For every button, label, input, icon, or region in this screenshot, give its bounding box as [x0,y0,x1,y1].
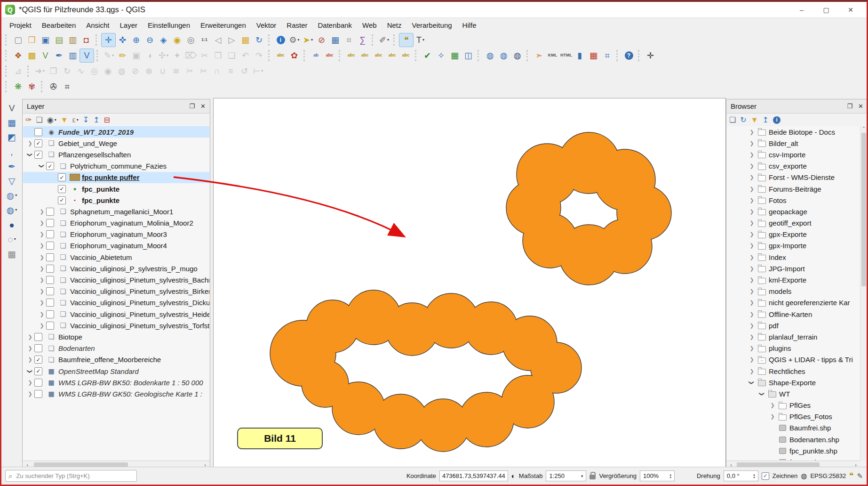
layer-tree-row[interactable]: ❯❏Biotope [23,331,209,342]
browser-tree-row[interactable]: ❯plugins [727,343,860,354]
layer-tree-row[interactable]: ❯❏Vaccinio_uliginosi_Pinetum_sylvestris_… [23,320,209,331]
menu-verarbeitung[interactable]: Verarbeitung [407,19,457,31]
zoom-next-button[interactable]: ▷ [225,33,239,47]
layer-tree-row[interactable]: ❯❏Vaccinio_uliginosi_Pinetum_sylvestris_… [23,297,209,308]
menu-erweiterungen[interactable]: Erweiterungen [195,19,251,31]
browser-tree-row[interactable]: ❯Fotos [727,194,860,206]
layer-visibility-checkbox[interactable]: ✓ [46,162,54,170]
layer-tree-row[interactable]: ❯❏Eriophorum_vaginatum_Moor3 [23,229,209,240]
layer-tree-row[interactable]: ❯❏Eriophorum_vaginatum_Moor4 [23,240,209,251]
toggle-editing-button[interactable]: ✏ [116,49,129,62]
layer-visibility-checkbox[interactable] [46,219,54,227]
minimize-button[interactable]: – [789,2,814,17]
add-mesh-layer-button[interactable]: ◩ [5,130,19,144]
layer-visibility-checkbox[interactable] [46,310,54,318]
browser-tree-row[interactable]: ❯Shape-Exporte [727,377,860,388]
layer-visibility-checkbox[interactable] [34,344,42,352]
layer-labeling-button[interactable]: abc [274,49,287,62]
layer-visibility-checkbox[interactable]: ✓ [34,356,42,364]
data-source-manager-button[interactable]: ❖ [11,49,25,62]
menu-web[interactable]: Web [357,19,382,31]
highlight-pinned-labels-button[interactable]: ab [309,49,323,62]
expander-icon[interactable]: ❯ [38,209,46,215]
geometry-checker-button[interactable]: ✔ [421,49,434,62]
zoom-full-button[interactable]: ◈ [157,33,170,47]
georeferencer-button[interactable]: ✧ [434,49,448,62]
scale-combo[interactable]: 1:250 ▾ [546,470,586,481]
expander-icon[interactable]: ❯ [38,300,46,306]
copy-features-button[interactable]: ❐ [211,49,225,62]
lock-scale-icon[interactable] [589,475,596,479]
layer-visibility-checkbox[interactable] [46,242,54,250]
expand-all-button[interactable]: ↧ [83,116,89,124]
browser-panel-close-button[interactable]: ✕ [858,103,863,110]
zoom-to-selection-button[interactable]: ◉ [170,33,184,47]
expander-icon[interactable]: ❯ [26,368,34,374]
expander-icon[interactable]: ❯ [26,391,34,397]
expander-icon[interactable]: ❯ [38,254,46,260]
browser-tree-row[interactable]: ❯csv_exporte [727,161,860,172]
add-part-button[interactable]: ◉ [101,65,115,78]
expander-icon[interactable]: ❯ [38,220,46,226]
expander-icon[interactable]: ❯ [26,380,34,386]
add-group-button[interactable]: ❏ [36,116,42,124]
browser-tree-row[interactable]: ❯planlauf_terrain [727,331,860,342]
close-button[interactable]: ✕ [838,2,863,17]
map-tips-button[interactable]: ❝ [399,33,414,47]
layer-tree-row[interactable]: ❯❏Vaccinio_uliginosi_P_sylvestris_P_mugo [23,263,209,274]
layer-tree-row[interactable]: ❯✓▦OpenStreetMap Standard [23,365,209,377]
deselect-features-button[interactable]: ⊘ [315,33,328,47]
html-export-button[interactable]: HTML [559,49,573,62]
select-features-button[interactable]: ➤▾ [301,33,315,47]
expander-icon[interactable]: ❯ [748,140,756,146]
crs-status[interactable]: EPSG:25832 [810,472,846,479]
rotate-point-symbols-button[interactable]: ↺ [238,65,251,78]
expander-icon[interactable]: ❯ [748,345,756,351]
expander-icon[interactable]: ❯ [748,254,756,260]
show-hide-labels-button[interactable]: abc [358,49,372,62]
expander-icon[interactable]: ❯ [38,243,46,249]
copy-move-feature-button[interactable]: ❐ [47,65,60,78]
menu-bearbeiten[interactable]: Bearbeiten [37,19,81,31]
metasearch-globe-3-button[interactable]: ◍ [510,49,524,62]
new-project-button[interactable]: ▢ [11,33,25,47]
menu-layer[interactable]: Layer [114,19,143,31]
browser-tree-row[interactable]: ❯Rechtliches [727,365,860,377]
field-calculator-button[interactable]: ⌗ [342,33,356,47]
layer-diagram-button[interactable]: ✿ [287,49,301,62]
browser-tree-row[interactable]: ❯Forums-Beiträge [727,183,860,194]
browser-tree-row[interactable]: ❯gpx-Importe [727,240,860,251]
toggle-unplaced-labels-button[interactable]: abc [323,49,336,62]
undo-edit-button[interactable]: ↶ [239,49,252,62]
layer-visibility-checkbox[interactable] [46,276,54,284]
zoom-native-button[interactable]: 1:1 [198,33,211,47]
split-parts-button[interactable]: ✂ [197,65,210,78]
simplify-feature-button[interactable]: ∿ [74,65,88,78]
expander-icon[interactable]: ❯ [748,288,756,294]
trim-extend-button[interactable]: ⊢▾ [251,65,265,78]
modify-attributes-button[interactable]: ✦ [170,49,184,62]
offline-editing-button[interactable]: ▮ [573,49,587,62]
expander-icon[interactable]: ❯ [38,163,46,169]
expander-icon[interactable]: ❯ [26,140,34,146]
menu-datenbank[interactable]: Datenbank [313,19,358,31]
layer-tree-row[interactable]: ❯✓❏Baumfreie_offene_Moorbereiche [23,354,209,365]
delete-part-button[interactable]: ⊗ [142,65,156,78]
expander-icon[interactable]: ❯ [748,277,756,283]
move-feature-button[interactable]: ➜▾ [33,65,47,78]
menu-projekt[interactable]: Projekt [4,19,37,31]
new-text-annotation-button[interactable]: T▾ [414,33,427,47]
statistical-summary-button[interactable]: ∑ [356,33,369,47]
add-postgis-layer-button[interactable]: ◍▾ [5,189,19,202]
add-selected-layers-button[interactable]: ❏ [729,116,736,124]
expander-icon[interactable]: ❯ [768,402,777,408]
layer-visibility-checkbox[interactable] [34,390,42,398]
browser-tree-row[interactable]: ❯kml-Exporte [727,274,860,285]
menu-raster[interactable]: Raster [281,19,312,31]
coordinate-input[interactable]: 473681.73,5397437.44 [439,470,508,481]
browser-tree-row[interactable]: ❯Beide Biotope - Docs [727,126,860,138]
merge-features-button[interactable]: ∩ [210,65,224,78]
map-canvas[interactable]: Bild 11 [213,98,726,469]
manage-map-themes-button[interactable]: ◉▾ [47,116,56,124]
locator-search-input[interactable] [15,472,134,480]
